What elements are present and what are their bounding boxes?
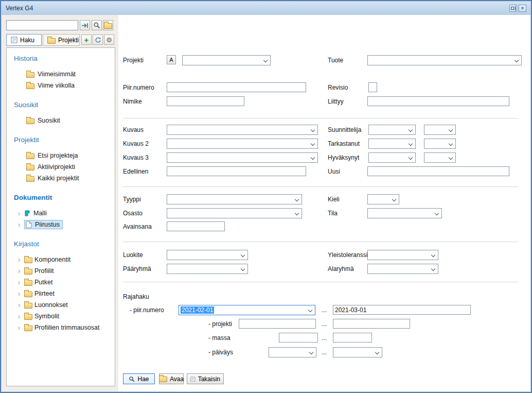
- sidebar-item-label: Putket: [34, 279, 52, 286]
- tab-haku[interactable]: Haku: [6, 34, 42, 46]
- tuote-label: Tuote: [328, 57, 343, 64]
- sidebar-item-piirustus[interactable]: › Piirustus: [7, 219, 115, 230]
- sidebar-item-luonnokset[interactable]: › Luonnokset: [7, 299, 115, 311]
- settings-button[interactable]: ⚙: [104, 35, 114, 45]
- nimike-input[interactable]: [167, 96, 244, 106]
- kuvaus3-combobox[interactable]: [167, 152, 318, 163]
- sidebar-item-malli[interactable]: › Malli: [7, 208, 115, 219]
- title-bar[interactable]: Vertex G4 ✕: [2, 2, 530, 15]
- range-dots: ...: [322, 349, 327, 356]
- project-a-button[interactable]: A: [167, 55, 176, 64]
- liittyy-input[interactable]: [367, 96, 509, 106]
- close-button[interactable]: ✕: [519, 5, 526, 12]
- sidebar-item-piirteet[interactable]: › Piirteet: [7, 288, 115, 299]
- back-list-icon: [190, 376, 196, 382]
- kuvaus-combobox[interactable]: [167, 125, 318, 135]
- chevron-down-icon: [435, 211, 439, 215]
- window-title: Vertex G4: [6, 5, 33, 12]
- hae-button[interactable]: Hae: [123, 373, 155, 384]
- revisio-input[interactable]: [368, 82, 377, 92]
- add-tab-button[interactable]: +: [81, 35, 92, 45]
- section-title-projektit: Projektit: [7, 134, 115, 146]
- sidebar-item-symbolit[interactable]: › Symbolit: [7, 311, 115, 322]
- chevron-right-icon[interactable]: ›: [16, 301, 22, 309]
- chevron-right-icon[interactable]: ›: [16, 289, 22, 298]
- sidebar-item-profiilien-trimmausosat[interactable]: › Profiilien trimmausosat: [7, 322, 115, 333]
- tarkastanut-combobox[interactable]: [368, 139, 416, 149]
- sidebar-item-etsi-projekteja[interactable]: Etsi projekteja: [7, 150, 115, 161]
- chevron-down-icon: [392, 197, 396, 201]
- range-massa-to-input[interactable]: [333, 333, 372, 343]
- go-button[interactable]: [80, 20, 90, 30]
- tila-combobox[interactable]: [367, 208, 442, 218]
- suunnittelija-extra-combobox[interactable]: [424, 125, 456, 135]
- sidebar-item-viimeisimmat[interactable]: Viimeisimmät: [7, 69, 115, 80]
- avaa-button[interactable]: Avaa: [159, 373, 184, 384]
- chevron-right-icon[interactable]: ›: [16, 209, 22, 217]
- chevron-down-icon: [311, 156, 315, 160]
- model-icon: [24, 210, 31, 217]
- chevron-right-icon[interactable]: ›: [16, 312, 22, 320]
- projekti-combobox[interactable]: [182, 55, 271, 65]
- tyyppi-label: Tyyppi: [123, 196, 141, 203]
- range-massa-from-input[interactable]: [279, 333, 318, 343]
- chevron-right-icon[interactable]: ›: [16, 278, 22, 286]
- sidebar-item-profiilit[interactable]: › Profiilit: [7, 265, 115, 277]
- uusi-input[interactable]: [367, 166, 509, 176]
- yleistoleranssi-combobox[interactable]: [367, 250, 438, 260]
- osasto-combobox[interactable]: [167, 208, 302, 218]
- chevron-down-icon: [375, 350, 379, 354]
- edellinen-input[interactable]: [167, 166, 306, 176]
- sidebar-item-kaikki-projektit[interactable]: Kaikki projektit: [7, 173, 115, 184]
- range-piirnumero-from-combobox[interactable]: 2021-02-01: [179, 305, 315, 315]
- sidebar-item-label: Profiilit: [34, 267, 54, 275]
- tuote-combobox[interactable]: [367, 55, 522, 65]
- luokite-label: Luokite: [123, 251, 143, 259]
- folder-icon: [24, 314, 32, 320]
- range-paivays-to-combobox[interactable]: [333, 347, 382, 357]
- sidebar-item-label: Luonnokset: [34, 301, 68, 309]
- dock-button[interactable]: [509, 5, 517, 12]
- folder-icon: [104, 23, 112, 29]
- sidebar-item-label: Malli: [33, 210, 47, 217]
- piirnumero-input[interactable]: [167, 82, 306, 92]
- sidebar-tree: Historia Viimeisimmät Viime viikolla Suo…: [6, 47, 115, 386]
- section-title-suosikit: Suosikit: [7, 99, 115, 111]
- tyyppi-combobox[interactable]: [167, 194, 302, 204]
- range-paivays-from-combobox[interactable]: [269, 347, 316, 357]
- sidebar-item-suosikit[interactable]: Suosikit: [7, 115, 115, 126]
- alaryhma-combobox[interactable]: [367, 264, 438, 274]
- search-button[interactable]: [92, 20, 102, 30]
- hyvaksynyt-extra-combobox[interactable]: [424, 152, 456, 163]
- kuvaus2-combobox[interactable]: [167, 139, 318, 149]
- kieli-combobox[interactable]: [367, 194, 399, 204]
- suunnittelija-combobox[interactable]: [368, 125, 416, 135]
- paaryhma-combobox[interactable]: [167, 264, 248, 274]
- sidebar-item-komponentit[interactable]: › Komponentit: [7, 254, 115, 265]
- section-historia: Historia Viimeisimmät Viime viikolla: [7, 53, 115, 91]
- hyvaksynyt-combobox[interactable]: [368, 152, 416, 163]
- sidebar-item-viime-viikolla[interactable]: Viime viikolla: [7, 80, 115, 91]
- tab-projekti[interactable]: Projekti: [43, 34, 80, 46]
- sidebar-item-putket[interactable]: › Putket: [7, 277, 115, 288]
- quick-search-input[interactable]: [6, 20, 78, 30]
- chevron-right-icon[interactable]: ›: [16, 220, 22, 229]
- luokite-combobox[interactable]: [167, 250, 248, 260]
- liittyy-label: Liittyy: [328, 98, 344, 105]
- folder-icon: [24, 269, 32, 275]
- chevron-right-icon[interactable]: ›: [16, 323, 22, 332]
- takaisin-button[interactable]: Takaisin: [187, 373, 224, 384]
- chevron-right-icon[interactable]: ›: [16, 255, 22, 264]
- tarkastanut-extra-combobox[interactable]: [424, 139, 456, 149]
- sidebar-item-aktiiviprojekti[interactable]: Aktiiviprojekti: [7, 161, 115, 173]
- kuvaus2-label: Kuvaus 2: [123, 140, 149, 147]
- refresh-button[interactable]: [93, 35, 103, 45]
- chevron-right-icon[interactable]: ›: [16, 267, 22, 275]
- range-piirnumero-to-input[interactable]: [333, 305, 471, 315]
- avainsana-input[interactable]: [167, 221, 225, 231]
- chevron-down-icon: [449, 156, 453, 160]
- folder-icon: [26, 153, 34, 159]
- range-projekti-from-input[interactable]: [239, 319, 316, 329]
- open-folder-button[interactable]: [103, 20, 113, 30]
- range-projekti-to-input[interactable]: [333, 319, 410, 329]
